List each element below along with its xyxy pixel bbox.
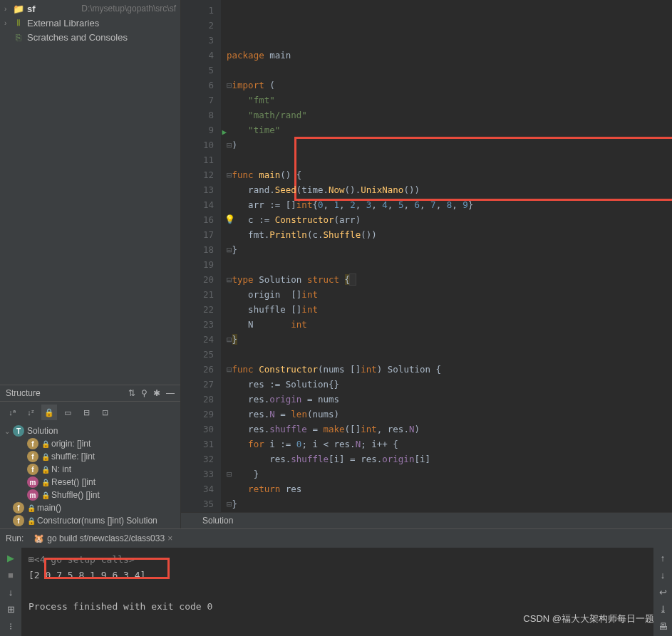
minimize-icon[interactable]: —	[166, 388, 175, 398]
project-root-path: D:\mysetup\gopath\src\sf	[81, 4, 176, 14]
sort-icon[interactable]: ⇅	[128, 388, 135, 398]
project-tree: › 📁 sf D:\mysetup\gopath\src\sf › ⫴ Exte…	[0, 0, 180, 46]
structure-item[interactable]: m🔒Reset() []int	[0, 476, 180, 489]
play-icon[interactable]: ▶	[3, 551, 19, 565]
run-toolbar: ▶ ■ ↓ ⊞ ⁝	[0, 548, 21, 636]
structure-header: Structure ⇅ ⚲ ✱ —	[0, 385, 180, 402]
down-icon[interactable]: ↓	[3, 585, 19, 599]
run-tab-label: go build sf/newclass2/class033	[47, 533, 165, 543]
run-toolbar-right: ↑ ↓ ↩ ⤓ 🖶	[653, 548, 672, 636]
down-icon[interactable]: ↓	[655, 568, 671, 582]
chevron-right-icon[interactable]: ›	[4, 19, 13, 27]
structure-item[interactable]: ⌄TSolution	[0, 424, 180, 437]
external-libraries[interactable]: › ⫴ External Libraries	[0, 16, 180, 30]
code-area[interactable]: 123456789▶1011121314💡1617181920212223242…	[181, 0, 672, 512]
more-icon[interactable]: ⁝	[3, 619, 19, 633]
scratches-label: Scratches and Consoles	[27, 32, 176, 43]
collapse-icon[interactable]: ⊟	[78, 405, 94, 420]
scratches-icon: ⎘	[13, 31, 24, 43]
structure-toolbar: ↓ᵃ ↓ᶻ 🔒 ▭ ⊟ ⊡	[0, 402, 180, 423]
up-icon[interactable]: ↑	[655, 551, 671, 565]
stop-icon[interactable]: ■	[3, 568, 19, 582]
go-icon: 🐹	[33, 533, 44, 543]
lock-icon[interactable]: 🔒	[41, 405, 57, 420]
run-header: Run: 🐹 go build sf/newclass2/class033 ×	[0, 529, 672, 548]
structure-item[interactable]: f🔒Constructor(nums []int) Solution	[0, 514, 180, 527]
layout-icon[interactable]: ⊞	[3, 602, 19, 616]
breadcrumb-item[interactable]: Solution	[202, 516, 233, 526]
settings-icon[interactable]: ✱	[153, 388, 160, 398]
libs-label: External Libraries	[27, 18, 176, 28]
code-content[interactable]: package main ⊟import ( "fmt" "math/rand"…	[221, 0, 672, 512]
print-icon[interactable]: 🖶	[655, 619, 671, 633]
folder-icon: 📁	[13, 3, 24, 14]
expand-icon[interactable]: ▭	[60, 405, 76, 420]
view-icon[interactable]: ⊡	[97, 405, 113, 420]
structure-item[interactable]: f🔒shuffle: []int	[0, 450, 180, 463]
scroll-icon[interactable]: ⤓	[655, 602, 671, 616]
filter-icon[interactable]: ⚲	[141, 388, 148, 398]
close-icon[interactable]: ×	[167, 533, 172, 543]
left-panel: › 📁 sf D:\mysetup\gopath\src\sf › ⫴ Exte…	[0, 0, 181, 528]
run-tab[interactable]: 🐹 go build sf/newclass2/class033 ×	[29, 532, 177, 545]
project-root-label: sf	[27, 4, 78, 14]
sort-za-icon[interactable]: ↓ᶻ	[23, 405, 38, 420]
project-root[interactable]: › 📁 sf D:\mysetup\gopath\src\sf	[0, 1, 180, 16]
structure-item[interactable]: f🔒N: int	[0, 463, 180, 476]
breadcrumb-bar[interactable]: Solution	[181, 512, 672, 528]
run-label: Run:	[6, 533, 24, 543]
structure-tree: ⌄TSolutionf🔒origin: []intf🔒shuffle: []in…	[0, 423, 180, 528]
gutter: 123456789▶1011121314💡1617181920212223242…	[181, 0, 221, 512]
scratches-consoles[interactable]: ⎘ Scratches and Consoles	[0, 30, 180, 44]
structure-item[interactable]: f🔒main()	[0, 501, 180, 514]
library-icon: ⫴	[13, 17, 24, 28]
structure-title: Structure	[6, 388, 41, 398]
chevron-right-icon[interactable]: ›	[4, 5, 13, 13]
sort-az-icon[interactable]: ↓ᵃ	[4, 405, 20, 420]
wrap-icon[interactable]: ↩	[655, 585, 671, 599]
editor: 123456789▶1011121314💡1617181920212223242…	[181, 0, 672, 528]
structure-item[interactable]: f🔒origin: []int	[0, 437, 180, 450]
structure-item[interactable]: m🔒Shuffle() []int	[0, 489, 180, 501]
watermark: CSDN @福大大架构师每日一题	[523, 612, 654, 625]
